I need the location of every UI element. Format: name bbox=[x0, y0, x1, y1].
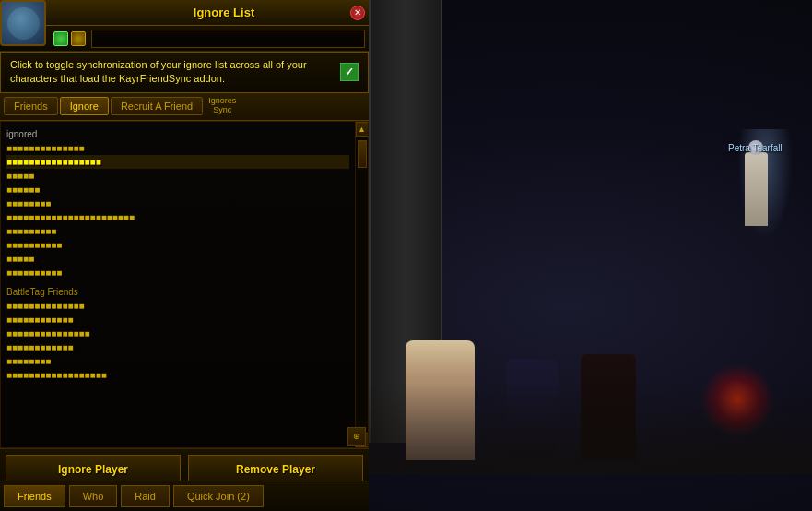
window-title: Ignore List bbox=[98, 6, 350, 19]
status-green-button[interactable] bbox=[53, 31, 68, 46]
list-item[interactable]: ■■■■■■■■■ bbox=[6, 224, 349, 238]
list-item[interactable]: ■■■■■ bbox=[6, 252, 349, 266]
distant-figure bbox=[745, 152, 768, 226]
friends-tab[interactable]: Friends bbox=[4, 97, 58, 115]
friends-bottom-tab[interactable]: Friends bbox=[4, 485, 65, 507]
ignores-sync-label2: Sync bbox=[213, 106, 231, 115]
remove-player-button[interactable]: Remove Player bbox=[188, 455, 363, 484]
list-item[interactable]: ■■■■■ bbox=[6, 169, 349, 183]
ui-panel: Ignore List ✕ Click to toggle synchroniz… bbox=[0, 0, 369, 511]
bottom-tabs: Friends Who Raid Quick Join (2) bbox=[0, 481, 369, 511]
ignore-tab[interactable]: Ignore bbox=[60, 97, 109, 115]
list-item[interactable]: ■■■■■■■■■■■■ bbox=[6, 340, 349, 354]
list-item[interactable]: ■■■■■■■■ bbox=[6, 354, 349, 368]
ground-shadow bbox=[369, 382, 812, 474]
list-content: ignored ■■■■■■■■■■■■■■ ■■■■■■■■■■■■■■■■■… bbox=[1, 122, 355, 447]
search-row bbox=[0, 26, 369, 52]
avatar-image bbox=[7, 7, 40, 40]
list-item[interactable]: ■■■■■■■■■■■■■■ bbox=[6, 299, 349, 313]
recruit-tab[interactable]: Recruit A Friend bbox=[111, 97, 203, 115]
scroll-track[interactable] bbox=[357, 137, 368, 433]
list-item[interactable]: ■■■■■■■■■■■■■■■ bbox=[6, 327, 349, 340]
minimap-button[interactable]: ⊕ bbox=[347, 427, 366, 446]
list-item[interactable]: ■■■■■■■■■■ bbox=[6, 266, 349, 279]
title-bar: Ignore List ✕ bbox=[0, 0, 369, 26]
ignores-sync-button[interactable]: Ignores Sync bbox=[208, 97, 236, 115]
tooltip-bar: Click to toggle synchronization of your … bbox=[0, 52, 369, 93]
list-item[interactable]: ■■■■■■■■■■■■■■■■■■ bbox=[6, 368, 349, 382]
section2-header: BattleTag Friends bbox=[6, 285, 349, 299]
list-item[interactable]: ■■■■■■■■ bbox=[6, 196, 349, 210]
quick-join-bottom-tab[interactable]: Quick Join (2) bbox=[173, 485, 264, 507]
raid-bottom-tab[interactable]: Raid bbox=[121, 485, 170, 507]
search-input[interactable] bbox=[91, 30, 365, 48]
sync-checkbox[interactable]: ✓ bbox=[340, 63, 359, 81]
list-item[interactable]: ■■■■■■ bbox=[6, 183, 349, 196]
scrollbar: ▲ ▼ bbox=[355, 122, 368, 447]
ignore-list-area: ignored ■■■■■■■■■■■■■■ ■■■■■■■■■■■■■■■■■… bbox=[0, 121, 369, 448]
status-yellow-button[interactable] bbox=[71, 31, 86, 46]
close-button[interactable]: ✕ bbox=[350, 6, 365, 20]
nav-row: Friends Ignore Recruit A Friend Ignores … bbox=[0, 93, 369, 121]
scroll-thumb[interactable] bbox=[358, 140, 367, 168]
tooltip-text: Click to toggle synchronization of your … bbox=[10, 58, 340, 87]
list-item[interactable]: ■■■■■■■■■■■■ bbox=[6, 313, 349, 327]
distant-nametag: Petra Tearfall bbox=[728, 143, 783, 153]
ignore-player-button[interactable]: Ignore Player bbox=[6, 455, 181, 484]
who-bottom-tab[interactable]: Who bbox=[69, 485, 118, 507]
list-item[interactable]: ■■■■■■■■■■ bbox=[6, 238, 349, 252]
scroll-up-button[interactable]: ▲ bbox=[356, 122, 369, 137]
list-item[interactable]: ■■■■■■■■■■■■■■ bbox=[6, 141, 349, 155]
list-item[interactable]: ■■■■■■■■■■■■■■■■■■■■■■■ bbox=[6, 210, 349, 224]
avatar-icon[interactable] bbox=[0, 0, 46, 46]
list-item[interactable]: ■■■■■■■■■■■■■■■■■ bbox=[6, 155, 349, 169]
section1-header: ignored bbox=[6, 129, 349, 139]
